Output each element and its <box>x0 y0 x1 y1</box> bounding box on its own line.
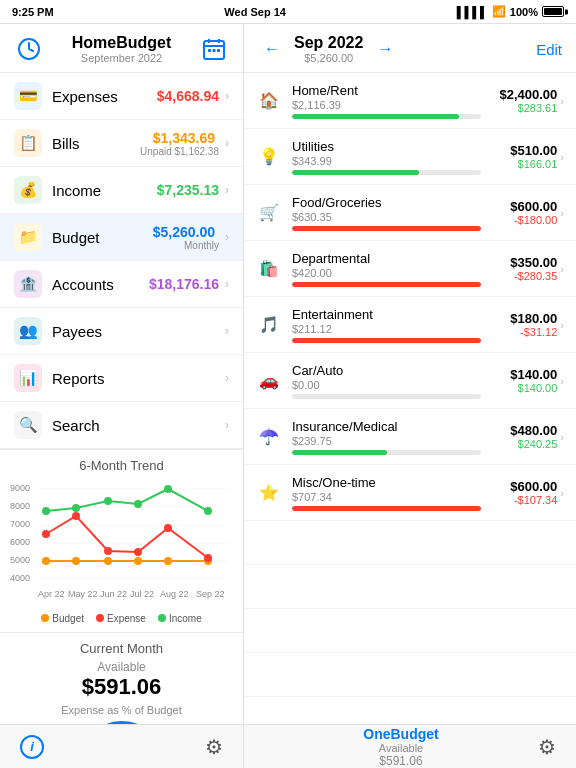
svg-point-27 <box>72 557 80 565</box>
svg-point-32 <box>42 530 50 538</box>
tab-available-label: Available <box>363 742 438 754</box>
svg-point-43 <box>204 507 212 515</box>
status-right: ▌▌▌▌ 📶 100% <box>457 5 564 18</box>
available-amount: $591.06 <box>8 674 235 700</box>
svg-point-39 <box>72 504 80 512</box>
budget-list-item[interactable]: ☂️ Insurance/Medical $239.75 $480.00 $24… <box>244 409 576 465</box>
category-bar-bg <box>292 282 481 287</box>
budget-subvalue: Monthly <box>153 240 219 251</box>
menu-item-payees[interactable]: 👥 Payees › <box>0 308 243 355</box>
category-budget: $510.00 <box>489 143 557 158</box>
status-bar: 9:25 PM Wed Sep 14 ▌▌▌▌ 📶 100% <box>0 0 576 24</box>
settings-icon-button[interactable]: ⚙ <box>205 735 223 759</box>
legend-income: Income <box>158 613 202 624</box>
payees-icon: 👥 <box>14 317 42 345</box>
svg-text:8000: 8000 <box>10 501 30 511</box>
category-chevron: › <box>560 263 564 275</box>
app-header-center: HomeBudget September 2022 <box>72 34 172 64</box>
category-content: Home/Rent $2,116.39 <box>292 83 481 119</box>
expenses-label: Expenses <box>52 88 157 105</box>
svg-point-26 <box>42 557 50 565</box>
empty-row <box>244 609 576 653</box>
category-amounts: $510.00 $166.01 <box>489 143 557 170</box>
category-diff: $240.25 <box>489 438 557 450</box>
menu-item-reports[interactable]: 📊 Reports › <box>0 355 243 402</box>
category-bar-fill <box>292 338 481 343</box>
budget-list-item[interactable]: 🛒 Food/Groceries $630.35 $600.00 -$180.0… <box>244 185 576 241</box>
category-chevron: › <box>560 95 564 107</box>
edit-button[interactable]: Edit <box>536 41 562 58</box>
category-diff: $140.00 <box>489 382 557 394</box>
legend-income-dot <box>158 614 166 622</box>
svg-text:Sep 22: Sep 22 <box>196 589 225 599</box>
category-name: Food/Groceries <box>292 195 481 210</box>
right-settings-icon-button[interactable]: ⚙ <box>538 735 556 759</box>
info-icon-button[interactable]: i <box>20 735 44 759</box>
payees-label: Payees <box>52 323 223 340</box>
month-total: $5,260.00 <box>294 52 363 64</box>
status-day: Wed Sep 14 <box>224 6 286 18</box>
tab-available-amount: $591.06 <box>363 754 438 768</box>
income-icon: 💰 <box>14 176 42 204</box>
income-chevron: › <box>225 183 229 197</box>
month-display: Sep 2022 $5,260.00 <box>294 34 363 64</box>
svg-point-34 <box>104 547 112 555</box>
category-budget: $350.00 <box>489 255 557 270</box>
category-name: Home/Rent <box>292 83 481 98</box>
category-icon: 🏠 <box>256 88 282 114</box>
category-content: Car/Auto $0.00 <box>292 363 481 399</box>
svg-point-37 <box>204 554 212 562</box>
category-budget: $480.00 <box>489 423 557 438</box>
tab-bar: i ⚙ OneBudget Available $591.06 ⚙ <box>0 724 576 768</box>
category-bar-bg <box>292 226 481 231</box>
empty-row <box>244 521 576 565</box>
bills-label: Bills <box>52 135 140 152</box>
svg-point-28 <box>104 557 112 565</box>
legend-expense-dot <box>96 614 104 622</box>
prev-month-button[interactable]: ← <box>258 38 286 60</box>
category-amounts: $480.00 $240.25 <box>489 423 557 450</box>
svg-rect-5 <box>208 49 211 52</box>
expenses-value: $4,668.94 <box>157 88 219 104</box>
search-chevron: › <box>225 418 229 432</box>
menu-item-accounts[interactable]: 🏦 Accounts $18,176.16 › <box>0 261 243 308</box>
svg-point-38 <box>42 507 50 515</box>
category-chevron: › <box>560 151 564 163</box>
menu-item-budget[interactable]: 📁 Budget $5,260.00 Monthly › <box>0 214 243 261</box>
budget-list-item[interactable]: 🎵 Entertainment $211.12 $180.00 -$31.12 … <box>244 297 576 353</box>
category-budget: $600.00 <box>489 479 557 494</box>
next-month-button[interactable]: → <box>371 38 399 60</box>
category-content: Departmental $420.00 <box>292 251 481 287</box>
category-amounts: $180.00 -$31.12 <box>489 311 557 338</box>
menu-item-expenses[interactable]: 💳 Expenses $4,668.94 › <box>0 73 243 120</box>
budget-list-item[interactable]: ⭐ Misc/One-time $707.34 $600.00 -$107.34… <box>244 465 576 521</box>
category-bar-bg <box>292 450 481 455</box>
category-bar-bg <box>292 338 481 343</box>
expense-pct-label: Expense as % of Budget <box>8 704 235 716</box>
menu-item-income[interactable]: 💰 Income $7,235.13 › <box>0 167 243 214</box>
svg-point-35 <box>134 548 142 556</box>
chart-section: 6-Month Trend 9000 8000 7000 6000 5000 4… <box>0 449 243 632</box>
reports-chevron: › <box>225 371 229 385</box>
month-nav: ← Sep 2022 $5,260.00 → <box>258 34 399 64</box>
category-amounts: $2,400.00 $283.61 <box>489 87 557 114</box>
budget-list-item[interactable]: 💡 Utilities $343.99 $510.00 $166.01 › <box>244 129 576 185</box>
category-spent: $630.35 <box>292 211 481 223</box>
battery-fill <box>544 8 562 15</box>
income-label: Income <box>52 182 157 199</box>
category-bar-fill <box>292 282 481 287</box>
budget-list-item[interactable]: 🚗 Car/Auto $0.00 $140.00 $140.00 › <box>244 353 576 409</box>
calendar-icon[interactable] <box>199 34 229 64</box>
budget-label: Budget <box>52 229 153 246</box>
budget-list-item[interactable]: 🏠 Home/Rent $2,116.39 $2,400.00 $283.61 … <box>244 73 576 129</box>
budget-chevron: › <box>225 230 229 244</box>
available-label: Available <box>8 660 235 674</box>
accounts-label: Accounts <box>52 276 149 293</box>
category-bar-fill <box>292 450 387 455</box>
clock-icon[interactable] <box>14 34 44 64</box>
category-name: Entertainment <box>292 307 481 322</box>
menu-item-bills[interactable]: 📋 Bills $1,343.69 Unpaid $1,162.38 › <box>0 120 243 167</box>
category-bar-bg <box>292 114 481 119</box>
budget-list-item[interactable]: 🛍️ Departmental $420.00 $350.00 -$280.35… <box>244 241 576 297</box>
menu-item-search[interactable]: 🔍 Search › <box>0 402 243 449</box>
